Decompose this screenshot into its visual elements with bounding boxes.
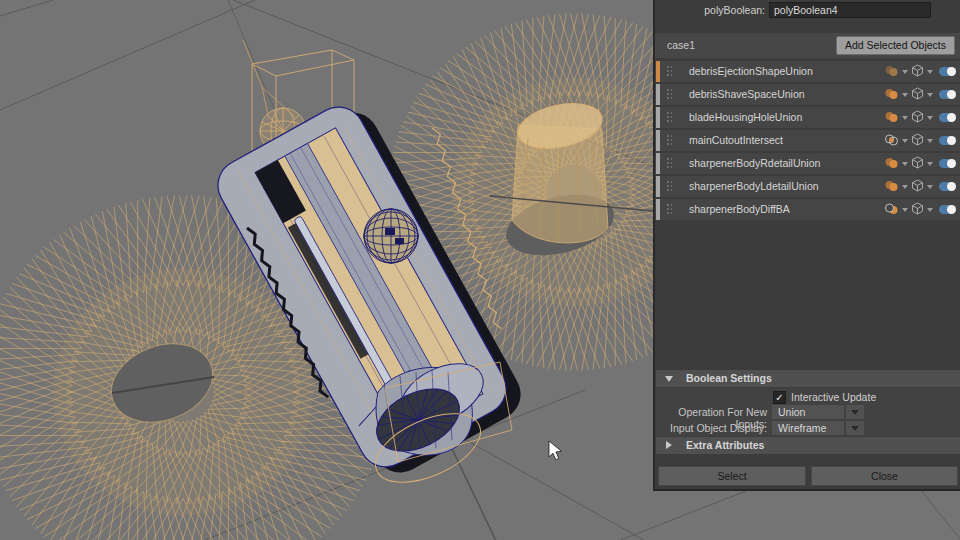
- list-item[interactable]: sharpenerBodyDiffBA: [655, 199, 960, 220]
- extra-attributes-header[interactable]: Extra Attributes: [656, 437, 960, 454]
- drag-handle-icon[interactable]: [666, 180, 672, 193]
- node-name-field[interactable]: polyBoolean4: [769, 2, 931, 18]
- enable-toggle[interactable]: [939, 159, 956, 168]
- boolean-op-icon[interactable]: [884, 134, 899, 148]
- display-label: Input Object Display:: [655, 422, 767, 434]
- row-color-bar: [656, 61, 660, 82]
- row-label: mainCutoutIntersect: [689, 130, 783, 151]
- chevron-down-icon[interactable]: [902, 162, 908, 166]
- row-color-bar: [656, 107, 660, 128]
- close-button[interactable]: Close: [811, 466, 958, 486]
- case-header: case1 Add Selected Objects: [655, 33, 960, 58]
- enable-toggle[interactable]: [939, 113, 956, 122]
- operation-dropdown-arrow[interactable]: [846, 405, 864, 419]
- node-name-bar: polyBoolean: polyBoolean4: [655, 0, 960, 28]
- toggle-knob: [947, 113, 956, 122]
- boolean-op-icon[interactable]: [884, 157, 899, 171]
- enable-toggle[interactable]: [939, 67, 956, 76]
- wireframe-disc-left-hub: [53, 268, 313, 516]
- object-cube-icon[interactable]: [911, 87, 924, 102]
- node-name-label: polyBoolean:: [655, 4, 765, 16]
- list-item[interactable]: sharpenerBodyLdetailUnion: [655, 176, 960, 197]
- panel-footer: Select Close: [655, 466, 960, 486]
- add-selected-objects-button[interactable]: Add Selected Objects: [836, 36, 955, 55]
- chevron-down-icon[interactable]: [927, 139, 933, 143]
- boolean-operand-list: debrisEjectionShapeUnion debrisShaveSpac…: [655, 61, 960, 222]
- drag-handle-icon[interactable]: [666, 203, 672, 216]
- chevron-down-icon[interactable]: [927, 208, 933, 212]
- list-item[interactable]: debrisEjectionShapeUnion: [655, 61, 960, 82]
- drag-handle-icon[interactable]: [666, 65, 672, 78]
- chevron-down-icon[interactable]: [902, 139, 908, 143]
- row-color-bar: [656, 199, 660, 220]
- row-color-bar: [656, 176, 660, 197]
- boolean-op-icon[interactable]: [884, 180, 899, 194]
- toggle-knob: [947, 90, 956, 99]
- object-cube-icon[interactable]: [911, 202, 924, 217]
- list-item[interactable]: bladeHousingHoleUnion: [655, 107, 960, 128]
- row-label: sharpenerBodyLdetailUnion: [689, 176, 819, 197]
- operation-dropdown[interactable]: Union: [772, 405, 844, 419]
- chevron-down-icon[interactable]: [927, 93, 933, 97]
- chevron-down-icon: [851, 426, 859, 431]
- toggle-knob: [947, 159, 956, 168]
- interactive-update-checkbox[interactable]: ✓: [773, 391, 786, 404]
- list-item[interactable]: debrisShaveSpaceUnion: [655, 84, 960, 105]
- select-button[interactable]: Select: [658, 466, 806, 486]
- interactive-update-label: Interactive Update: [791, 391, 876, 404]
- chevron-down-icon[interactable]: [902, 93, 908, 97]
- chevron-down-icon[interactable]: [902, 208, 908, 212]
- chevron-down-icon[interactable]: [902, 70, 908, 74]
- collapse-triangle-icon: [665, 376, 673, 382]
- case-title: case1: [667, 33, 695, 58]
- toggle-knob: [947, 205, 956, 214]
- toggle-knob: [947, 136, 956, 145]
- row-label: sharpenerBodyDiffBA: [689, 199, 790, 220]
- boolean-op-icon[interactable]: [884, 88, 899, 102]
- boolean-op-icon[interactable]: [884, 203, 899, 217]
- enable-toggle[interactable]: [939, 205, 956, 214]
- enable-toggle[interactable]: [939, 182, 956, 191]
- row-color-bar: [656, 130, 660, 151]
- object-cube-icon[interactable]: [911, 156, 924, 171]
- toggle-knob: [947, 67, 956, 76]
- list-item[interactable]: sharpenerBodyRdetailUnion: [655, 153, 960, 174]
- row-color-bar: [656, 153, 660, 174]
- object-cube-icon[interactable]: [911, 179, 924, 194]
- chevron-down-icon[interactable]: [927, 162, 933, 166]
- enable-toggle[interactable]: [939, 136, 956, 145]
- display-dropdown-arrow[interactable]: [846, 421, 864, 435]
- boolean-settings-header[interactable]: Boolean Settings: [656, 370, 960, 387]
- row-label: bladeHousingHoleUnion: [689, 107, 802, 128]
- row-color-bar: [656, 84, 660, 105]
- list-item[interactable]: mainCutoutIntersect: [655, 130, 960, 151]
- drag-handle-icon[interactable]: [666, 88, 672, 101]
- object-cube-icon[interactable]: [911, 64, 924, 79]
- drag-handle-icon[interactable]: [666, 157, 672, 170]
- display-dropdown[interactable]: Wireframe: [772, 421, 844, 435]
- enable-toggle[interactable]: [939, 90, 956, 99]
- toggle-knob: [947, 182, 956, 191]
- row-label: debrisShaveSpaceUnion: [689, 84, 805, 105]
- expand-triangle-icon: [666, 441, 672, 449]
- row-label: debrisEjectionShapeUnion: [689, 61, 813, 82]
- chevron-down-icon[interactable]: [927, 116, 933, 120]
- row-label: sharpenerBodyRdetailUnion: [689, 153, 820, 174]
- chevron-down-icon[interactable]: [902, 185, 908, 189]
- boolean-op-icon[interactable]: [884, 111, 899, 125]
- chevron-down-icon: [851, 410, 859, 415]
- drag-handle-icon[interactable]: [666, 111, 672, 124]
- object-cube-icon[interactable]: [911, 133, 924, 148]
- chevron-down-icon[interactable]: [902, 116, 908, 120]
- chevron-down-icon[interactable]: [927, 185, 933, 189]
- object-cube-icon[interactable]: [911, 110, 924, 125]
- chevron-down-icon[interactable]: [927, 70, 933, 74]
- drag-handle-icon[interactable]: [666, 134, 672, 147]
- boolean-stack-panel: polyBoolean: polyBoolean4 case1 Add Sele…: [653, 0, 960, 491]
- wireframe-sphere: [364, 209, 418, 263]
- boolean-op-icon[interactable]: [884, 65, 899, 79]
